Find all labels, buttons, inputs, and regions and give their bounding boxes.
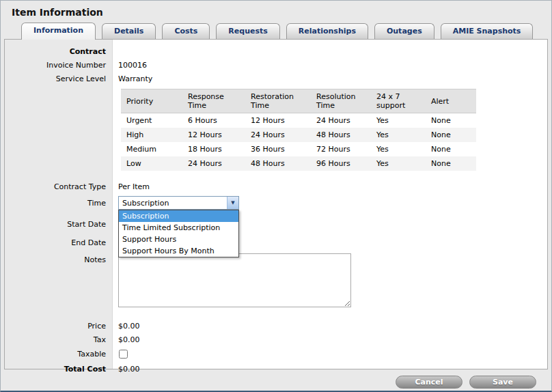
table-cell: 24 Hours [311, 113, 371, 128]
contract-type-row: Contract Type Per Item [5, 180, 547, 193]
dropdown-option-time-limited-subscription[interactable]: Time Limited Subscription [119, 222, 238, 234]
tab-relationships[interactable]: Relationships [286, 23, 368, 39]
table-row: Low 24 Hours 48 Hours 96 Hours Yes None [121, 156, 476, 171]
table-header: Restoration Time [245, 89, 311, 113]
table-cell: Yes [371, 128, 426, 142]
table-cell: Yes [371, 142, 426, 156]
time-dropdown-list: Subscription Time Limited Subscription S… [118, 210, 239, 257]
tabbar: Information Details Costs Requests Relat… [1, 19, 551, 39]
taxable-row: Taxable [5, 346, 547, 361]
table-header: Response Time [182, 89, 245, 113]
table-cell: Urgent [121, 113, 182, 128]
chevron-down-icon[interactable]: ▼ [227, 197, 238, 209]
price-value: $0.00 [113, 322, 140, 331]
table-header: 24 x 7 support [371, 89, 426, 113]
table-cell: None [426, 156, 476, 171]
total-cost-label: Total Cost [5, 365, 113, 374]
taxable-checkbox[interactable] [119, 350, 128, 359]
invoice-number-value: 100016 [113, 61, 147, 70]
table-cell: 72 Hours [311, 142, 371, 156]
tab-outages[interactable]: Outages [374, 23, 434, 39]
table-cell: Low [121, 156, 182, 171]
contract-section-label: Contract [5, 47, 113, 56]
notes-textarea[interactable] [118, 253, 351, 307]
item-information-window: Item Information Information Details Cos… [0, 0, 552, 392]
notes-label: Notes [5, 253, 113, 264]
table-cell: Medium [121, 142, 182, 156]
tab-details[interactable]: Details [102, 23, 156, 39]
end-date-label: End Date [5, 238, 113, 247]
time-select[interactable]: Subscription ▼ [118, 196, 239, 210]
contract-form-panel: Contract Invoice Number 100016 Service L… [4, 39, 548, 369]
tab-requests[interactable]: Requests [216, 23, 279, 39]
contract-type-label: Contract Type [5, 182, 113, 191]
table-row: High 12 Hours 24 Hours 48 Hours Yes None [121, 128, 476, 142]
invoice-number-label: Invoice Number [5, 61, 113, 70]
money-block: Price $0.00 Tax $0.00 Taxable Total Cost… [5, 319, 547, 377]
table-cell: 24 Hours [245, 128, 311, 142]
table-cell: 48 Hours [245, 156, 311, 171]
time-select-value: Subscription [119, 199, 227, 208]
save-button[interactable]: Save [469, 376, 536, 389]
time-row: Time Subscription ▼ Subscription Time Li… [5, 196, 547, 210]
table-cell: 96 Hours [311, 156, 371, 171]
dropdown-option-subscription[interactable]: Subscription [119, 210, 238, 222]
total-cost-value: $0.00 [113, 365, 140, 374]
table-header: Alert [426, 89, 476, 113]
contract-type-value: Per Item [113, 182, 150, 191]
tab-information[interactable]: Information [21, 23, 96, 40]
table-row: Urgent 6 Hours 12 Hours 24 Hours Yes Non… [121, 113, 476, 128]
table-cell: None [426, 142, 476, 156]
table-cell: 12 Hours [245, 113, 311, 128]
table-cell: 36 Hours [245, 142, 311, 156]
table-header: Resolution Time [311, 89, 371, 113]
tab-amie-snapshots[interactable]: AMIE Snapshots [441, 23, 534, 39]
sla-table: Priority Response Time Restoration Time … [121, 89, 476, 171]
tax-value: $0.00 [113, 335, 140, 344]
table-header: Priority [121, 89, 182, 113]
total-cost-row: Total Cost $0.00 [5, 361, 547, 377]
contract-section-row: Contract [5, 44, 547, 58]
service-level-label: Service Level [5, 74, 113, 83]
tax-row: Tax $0.00 [5, 333, 547, 346]
tax-label: Tax [5, 335, 113, 344]
price-label: Price [5, 322, 113, 331]
time-select-wrap: Subscription ▼ Subscription Time Limited… [118, 196, 239, 210]
cancel-button[interactable]: Cancel [396, 376, 463, 389]
table-cell: High [121, 128, 182, 142]
table-cell: 48 Hours [311, 128, 371, 142]
table-cell: 12 Hours [182, 128, 245, 142]
dropdown-option-support-hours-by-month[interactable]: Support Hours By Month [119, 245, 238, 257]
sla-table-header-row: Priority Response Time Restoration Time … [121, 89, 476, 113]
time-label: Time [5, 199, 113, 208]
dropdown-option-support-hours[interactable]: Support Hours [119, 234, 238, 245]
table-cell: 6 Hours [182, 113, 245, 128]
service-level-value: Warranty [113, 74, 152, 83]
table-cell: 24 Hours [182, 156, 245, 171]
service-level-row: Service Level Warranty [5, 72, 547, 85]
invoice-number-row: Invoice Number 100016 [5, 58, 547, 72]
table-row: Medium 18 Hours 36 Hours 72 Hours Yes No… [121, 142, 476, 156]
table-cell: None [426, 128, 476, 142]
end-date-row: End Date [5, 234, 547, 252]
table-cell: Yes [371, 113, 426, 128]
taxable-label: Taxable [5, 350, 113, 359]
start-date-label: Start Date [5, 220, 113, 229]
start-date-row: Start Date [5, 215, 547, 234]
page-title: Item Information [1, 1, 551, 19]
notes-row: Notes [5, 253, 547, 307]
table-cell: 18 Hours [182, 142, 245, 156]
table-cell: Yes [371, 156, 426, 171]
price-row: Price $0.00 [5, 319, 547, 333]
tab-costs[interactable]: Costs [162, 23, 210, 39]
table-cell: None [426, 113, 476, 128]
